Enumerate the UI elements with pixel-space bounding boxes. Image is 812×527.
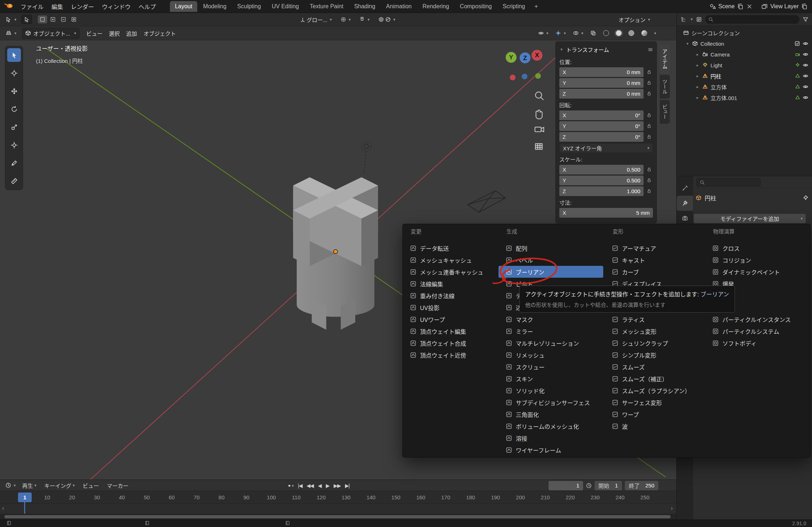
menu-item[interactable]: リメッシュ (499, 349, 603, 361)
lock-icon[interactable] (645, 113, 653, 118)
gizmo-neg-y-dot[interactable] (535, 73, 541, 79)
menu-item[interactable]: 配列 (499, 242, 603, 254)
eye-icon[interactable] (803, 95, 808, 100)
lock-icon[interactable] (645, 178, 653, 183)
playback-menu[interactable]: 再生▾ (19, 480, 40, 491)
viewport-menu-item[interactable]: ビュー (83, 28, 106, 39)
outliner-row-cube[interactable]: ▸ 立方体 (677, 81, 812, 92)
start-frame-field[interactable]: 開始 1 (595, 481, 622, 490)
view-layer-selector[interactable]: View Layer (761, 3, 808, 10)
menu-item[interactable]: ミラー (499, 325, 603, 337)
tool-transform[interactable] (7, 138, 21, 152)
menu-item[interactable]: ワープ (605, 408, 704, 420)
gizmo-z-label[interactable]: Z (523, 54, 527, 62)
jump-to-start-button[interactable]: |◀ (298, 483, 302, 489)
pin-icon[interactable] (803, 195, 808, 201)
viewport-menu-item[interactable]: オブジェクト (140, 28, 179, 39)
active-tool-button[interactable] (21, 15, 32, 24)
menu-item[interactable]: コリジョン (705, 254, 809, 266)
menu-item[interactable]: データ転送 (403, 242, 497, 254)
scene-selector[interactable]: Scene (709, 3, 753, 10)
location-value-field[interactable]: Y 0 mm (559, 78, 644, 88)
outliner-row-cylinder[interactable]: ▸ 円柱 (677, 71, 812, 81)
sidebar-tab[interactable]: ビュー (660, 100, 670, 124)
scale-value-field[interactable]: Y 0.500 (559, 176, 644, 185)
menu-item[interactable]: パーティクルシステム (705, 325, 809, 337)
editor-corner-icon[interactable] (145, 521, 150, 526)
current-frame-line[interactable] (24, 502, 25, 514)
rotation-mode-dropdown[interactable]: XYZ オイラー角 ▾ (559, 143, 653, 153)
options-dropdown[interactable]: オプション ▾ (617, 15, 652, 24)
select-mode-new-button[interactable] (38, 15, 47, 23)
filter-icon[interactable] (803, 17, 808, 22)
menu-item[interactable]: ワイヤーフレーム (499, 444, 603, 456)
menu-item[interactable]: クロス (705, 242, 809, 254)
tool-select-box[interactable] (7, 48, 21, 62)
outliner-row-light[interactable]: ▸ Light (677, 60, 812, 71)
panel-collapse-icon[interactable]: ▾ (559, 47, 564, 52)
mesh-data-icon[interactable] (795, 95, 800, 100)
transform-orientation-dropdown[interactable]: グロー... ▾ (298, 15, 334, 24)
menu-item[interactable]: サブディビジョンサーフェス (499, 396, 603, 408)
menu-item[interactable]: ラティス (605, 313, 704, 325)
menu-item[interactable]: UVワープ (403, 313, 497, 325)
add-workspace-button[interactable]: + (531, 1, 542, 12)
menubar-item[interactable]: ファイル (17, 0, 48, 13)
view-menu[interactable]: ビュー (80, 480, 102, 491)
copy-icon[interactable] (737, 3, 744, 10)
menu-item[interactable]: ベベル (499, 254, 603, 266)
eye-icon[interactable] (803, 84, 808, 90)
play-reverse-button[interactable]: ◀ (318, 483, 321, 489)
scroll-left-icon[interactable]: ‹ (2, 505, 4, 512)
workspace-tab[interactable]: Animation (381, 1, 417, 12)
tool-move[interactable] (7, 84, 21, 98)
cylinder-object[interactable] (293, 177, 378, 330)
timeline-scrollbar[interactable] (0, 514, 676, 520)
menu-item[interactable]: キャスト (605, 254, 704, 266)
menu-item[interactable]: 頂点ウェイト近傍 (403, 349, 497, 361)
menubar-item[interactable]: ヘルプ (135, 0, 160, 13)
workspace-tab[interactable]: Modeling (198, 1, 231, 12)
next-keyframe-button[interactable]: ▶▶ (334, 483, 341, 489)
current-frame-field[interactable]: 1 (549, 481, 583, 490)
menu-item[interactable]: ボリュームのメッシュ化 (499, 420, 603, 432)
tool-measure[interactable] (7, 174, 21, 188)
menu-item[interactable]: 頂点ウェイト編集 (403, 325, 497, 337)
menu-item[interactable]: パーティクルインスタンス (705, 313, 809, 325)
panel-header[interactable]: ▾ トランスフォーム (559, 45, 653, 55)
gizmo-toggle[interactable]: ▾ (554, 29, 568, 37)
workspace-tab[interactable]: Layout (170, 1, 197, 12)
shading-rendered-button[interactable] (640, 29, 649, 37)
menu-item[interactable]: 重み付き法線 (403, 290, 497, 301)
tab-tool[interactable] (677, 181, 693, 196)
disclosure-collapsed-icon[interactable]: ▸ (695, 74, 700, 78)
tab-modifiers[interactable] (677, 196, 693, 211)
snapping-dropdown[interactable]: ▾ (357, 15, 371, 23)
xray-toggle[interactable] (588, 29, 598, 37)
select-mode-subtract-button[interactable] (59, 15, 68, 23)
tool-scale[interactable] (7, 120, 21, 134)
disclosure-collapsed-icon[interactable]: ▸ (695, 63, 700, 68)
viewport-menu-item[interactable]: 追加 (123, 28, 140, 39)
gizmo-neg-x-dot[interactable] (510, 75, 515, 81)
menu-item[interactable]: スムーズ（ラプラシアン） (605, 385, 704, 396)
eye-icon[interactable] (803, 73, 808, 79)
lock-icon[interactable] (645, 70, 653, 74)
select-mode-extend-button[interactable] (48, 15, 58, 23)
dimensions-value-field[interactable]: X 5 mm (559, 208, 653, 218)
proportional-editing-dropdown[interactable]: ▾ (376, 15, 397, 23)
outliner-row-scene-collection[interactable]: シーンコレクション (677, 27, 812, 38)
editor-corner-icon[interactable] (285, 521, 290, 526)
eye-icon[interactable] (803, 62, 808, 68)
rotation-value-field[interactable]: X 0° (559, 110, 644, 120)
timeline-ruler[interactable]: 1020304050607080901001101201301401501601… (0, 491, 676, 504)
menu-item[interactable]: メッシュ変形 (605, 325, 704, 337)
outliner-search[interactable] (705, 15, 799, 24)
scale-value-field[interactable]: Z 1.000 (559, 186, 644, 196)
scale-value-field[interactable]: X 0.500 (559, 165, 644, 174)
gizmo-x-label[interactable]: X (535, 51, 539, 59)
display-mode-icon[interactable] (696, 17, 702, 22)
disclosure-expanded-icon[interactable]: ▾ (685, 41, 690, 46)
menu-item[interactable]: 溶接 (499, 432, 603, 444)
current-frame-badge[interactable]: 1 (18, 492, 32, 502)
